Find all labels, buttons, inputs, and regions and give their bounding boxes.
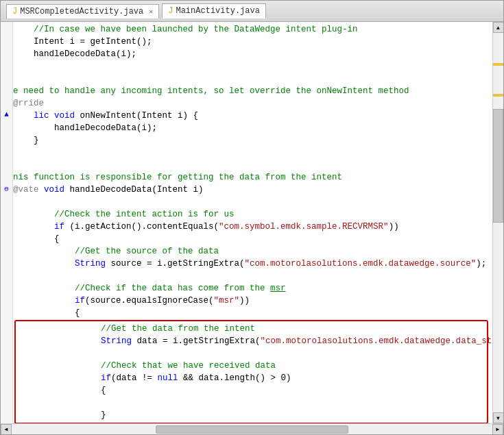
code-line-2: Intent i = getIntent();: [13, 36, 492, 48]
highlighted-line-7: [19, 397, 484, 409]
code-line-15: [13, 196, 492, 208]
code-line-1: //In case we have been launched by the D…: [13, 23, 492, 36]
scroll-right-button[interactable]: ▶: [492, 424, 503, 435]
java-file-icon-2: J: [168, 6, 173, 16]
code-line-18: {: [13, 233, 492, 245]
editor-area: ▲ ⊖ //In case we have been launched by t…: [1, 22, 503, 423]
scroll-thumb[interactable]: [493, 109, 503, 223]
code-line-8: lic void onNewIntent(Intent i) {: [13, 110, 492, 122]
code-line-24: {: [13, 307, 492, 319]
code-line-20: String source = i.getStringExtra("com.mo…: [13, 258, 492, 270]
code-line-6: e need to handle any incoming intents, s…: [13, 85, 492, 97]
horizontal-scroll-thumb[interactable]: [156, 425, 348, 434]
highlighted-line-3: [19, 347, 484, 360]
code-line-17: if (i.getAction().contentEquals("com.sym…: [13, 221, 492, 233]
highlighted-line-4: //Check that we have received data: [19, 360, 484, 372]
scroll-marker-yellow-1: [493, 63, 503, 66]
code-line-3: handleDecodeData(i);: [13, 48, 492, 60]
highlighted-line-5: if(data != null && data.length() > 0): [19, 372, 484, 384]
code-line-7: @rride: [13, 97, 492, 110]
horizontal-scrollbar[interactable]: ◀ ▶: [1, 423, 503, 434]
code-line-23: if(source.equalsIgnoreCase("msr")): [13, 295, 492, 307]
tab-msr-completed[interactable]: J MSRCompletedActivity.java ✕: [6, 4, 159, 18]
code-line-11: [13, 147, 492, 159]
scroll-up-button[interactable]: ▲: [493, 22, 504, 33]
arrow-up-marker: ▲: [4, 110, 9, 119]
code-line-16: //Check the intent action is for us: [13, 208, 492, 221]
code-line-14: @vate void handleDecodeData(Intent i): [13, 184, 492, 196]
java-file-icon: J: [12, 7, 17, 16]
highlighted-line-8: }: [19, 409, 484, 421]
code-line-4: [13, 60, 492, 73]
tab-main-activity[interactable]: J MainActivity.java: [162, 3, 266, 18]
scroll-marker-yellow-2: [493, 94, 503, 97]
code-line-12: [13, 159, 492, 171]
arrow-down-marker: ⊖: [4, 184, 9, 193]
scroll-down-button[interactable]: ▼: [493, 412, 504, 423]
code-line-5: [13, 73, 492, 85]
code-line-9: handleDecodeData(i);: [13, 122, 492, 134]
code-editor[interactable]: //In case we have been launched by the D…: [13, 22, 492, 423]
code-line-22: //Check if the data has come from the ms…: [13, 282, 492, 295]
code-line-10: }: [13, 134, 492, 147]
scroll-track-horizontal[interactable]: [12, 424, 492, 434]
vertical-scrollbar[interactable]: ▲ ▼: [492, 22, 503, 423]
scroll-track-vertical[interactable]: [493, 33, 503, 412]
code-line-21: [13, 270, 492, 282]
highlighted-code-box: //Get the data from the intent String da…: [14, 320, 488, 423]
highlighted-line-6: {: [19, 384, 484, 397]
code-line-19: //Get the source of the data: [13, 245, 492, 258]
code-line-13: nis function is responsible for getting …: [13, 171, 492, 184]
scroll-left-button[interactable]: ◀: [1, 424, 12, 435]
highlighted-line-1: //Get the data from the intent: [19, 323, 484, 335]
tab-main-label: MainActivity.java: [176, 6, 259, 16]
highlighted-line-2: String data = i.getStringExtra("com.moto…: [19, 335, 484, 347]
close-tab-msr[interactable]: ✕: [149, 8, 153, 16]
title-bar: J MSRCompletedActivity.java ✕ J MainActi…: [1, 1, 503, 22]
left-gutter: ▲ ⊖: [1, 22, 13, 423]
main-window: J MSRCompletedActivity.java ✕ J MainActi…: [0, 0, 504, 435]
tab-msr-label: MSRCompletedActivity.java: [20, 7, 143, 16]
